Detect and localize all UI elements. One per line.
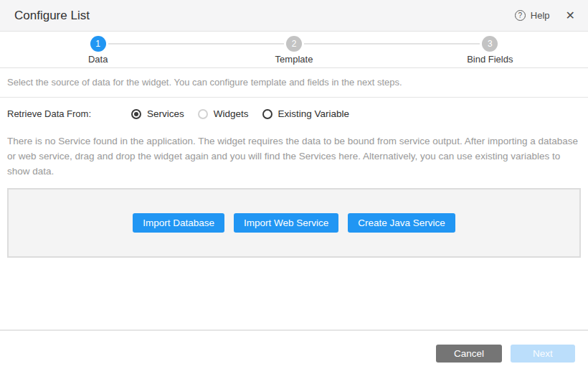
import-database-button[interactable]: Import Database	[133, 213, 224, 233]
create-java-service-button[interactable]: Create Java Service	[348, 213, 455, 233]
help-icon[interactable]: ?	[515, 10, 526, 21]
cancel-button[interactable]: Cancel	[436, 345, 502, 363]
retrieve-radio-group: Services Widgets Existing Variable	[131, 108, 349, 119]
next-button[interactable]: Next	[511, 345, 575, 363]
step-description: Select the source of data for the widget…	[0, 68, 588, 98]
radio-existing-variable-circle	[262, 109, 272, 119]
radio-widgets-circle	[198, 109, 208, 119]
step-template-number: 2	[286, 36, 302, 52]
radio-widgets[interactable]: Widgets	[198, 108, 249, 119]
service-actions-panel: Import Database Import Web Service Creat…	[7, 188, 581, 258]
radio-widgets-label: Widgets	[214, 108, 249, 119]
step-bind-fields-number: 3	[482, 36, 498, 52]
step-template-label: Template	[196, 54, 392, 65]
radio-services-label: Services	[147, 108, 184, 119]
retrieve-data-label: Retrieve Data From:	[7, 108, 131, 119]
radio-existing-variable[interactable]: Existing Variable	[262, 108, 350, 119]
step-data[interactable]: 1 Data	[0, 32, 196, 67]
no-service-info-text: There is no Service found in the applica…	[7, 134, 581, 179]
step-template[interactable]: 2 Template	[196, 32, 392, 67]
step-data-number: 1	[90, 36, 106, 52]
wizard-stepper: 1 Data 2 Template 3 Bind Fields	[0, 32, 588, 68]
step-data-label: Data	[0, 54, 196, 65]
step-bind-fields-label: Bind Fields	[392, 54, 588, 65]
close-icon[interactable]: ✕	[566, 10, 575, 22]
radio-existing-variable-label: Existing Variable	[278, 108, 350, 119]
radio-services[interactable]: Services	[131, 108, 184, 119]
help-link[interactable]: Help	[531, 10, 550, 21]
import-web-service-button[interactable]: Import Web Service	[234, 213, 338, 233]
dialog-header: Configure List ? Help ✕	[0, 0, 588, 32]
page-title: Configure List	[14, 9, 90, 23]
dialog-footer: Cancel Next	[0, 329, 588, 374]
radio-services-circle	[131, 109, 141, 119]
header-actions: ? Help ✕	[515, 10, 575, 22]
step-bind-fields[interactable]: 3 Bind Fields	[392, 32, 588, 67]
retrieve-data-row: Retrieve Data From: Services Widgets Exi…	[0, 98, 588, 128]
